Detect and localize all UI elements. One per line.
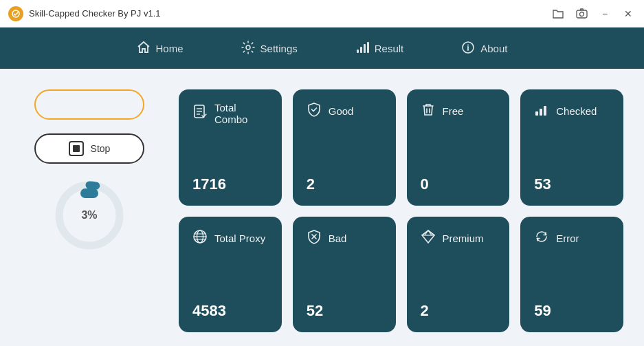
bar-chart-icon: [534, 102, 549, 120]
nav-result[interactable]: Result: [347, 35, 412, 62]
stat-total-combo-value: 1716: [192, 175, 268, 193]
minimize-button[interactable]: −: [595, 4, 615, 23]
stat-total-proxy-header: Total Proxy: [192, 229, 268, 248]
stop-icon: [69, 141, 84, 156]
svg-rect-7: [367, 42, 369, 53]
stat-free: Free 0: [407, 89, 510, 206]
stat-premium-title: Premium: [443, 233, 484, 244]
stat-bad-title: Bad: [329, 233, 347, 244]
stat-bad-value: 52: [307, 302, 382, 320]
folder-button[interactable]: [548, 4, 568, 23]
close-button[interactable]: ✕: [618, 4, 639, 23]
stat-checked-title: Checked: [556, 105, 597, 117]
stat-good-header: Good: [307, 102, 382, 120]
stat-bad-header: Bad: [307, 229, 382, 248]
stat-total-proxy-value: 4583: [192, 302, 268, 320]
info-icon: [461, 41, 475, 56]
nav-bar: Home Settings Result: [0, 28, 644, 69]
stat-error: Error 59: [520, 217, 623, 333]
shield-check-icon: [307, 102, 322, 120]
stat-total-combo-title: Total Combo: [214, 102, 268, 125]
svg-rect-5: [360, 47, 362, 53]
stat-good-title: Good: [329, 105, 354, 117]
stat-total-proxy-title: Total Proxy: [214, 233, 265, 244]
svg-rect-6: [364, 44, 366, 53]
diamond-icon: [421, 229, 436, 248]
stat-checked-value: 53: [534, 175, 610, 193]
donut-handle: [80, 188, 98, 198]
stat-error-header: Error: [534, 229, 610, 248]
svg-point-10: [467, 44, 469, 45]
window-controls: − ✕: [548, 4, 639, 23]
progress-label: 3%: [81, 209, 97, 221]
combo-icon: [192, 105, 208, 123]
stat-total-combo-header: Total Combo: [192, 102, 268, 125]
stats-grid: Total Combo 1716 Good 2: [179, 89, 623, 332]
nav-about[interactable]: About: [453, 35, 515, 62]
stat-bad: Bad 52: [293, 217, 396, 333]
svg-point-3: [246, 45, 250, 50]
main-content: Stop 3%: [0, 69, 644, 346]
nav-about-label: About: [480, 43, 507, 54]
svg-rect-1: [577, 10, 587, 18]
nav-settings-label: Settings: [260, 43, 298, 54]
nav-home[interactable]: Home: [129, 35, 192, 62]
stat-error-value: 59: [534, 302, 610, 320]
result-icon: [355, 41, 369, 56]
load-button[interactable]: [34, 89, 144, 120]
stat-good-value: 2: [307, 175, 382, 193]
stat-free-header: Free: [421, 102, 496, 120]
title-bar: Skill-Capped Checker By PJ v1.1 − ✕: [0, 0, 644, 28]
home-icon: [137, 41, 151, 56]
app-logo: [8, 6, 23, 21]
globe-icon: [192, 229, 208, 248]
screenshot-button[interactable]: [571, 4, 592, 23]
nav-settings[interactable]: Settings: [233, 35, 306, 62]
stat-checked-header: Checked: [534, 102, 610, 120]
stat-premium-value: 2: [421, 302, 496, 320]
settings-icon: [241, 41, 255, 56]
stop-label: Stop: [91, 143, 111, 154]
stop-button[interactable]: Stop: [34, 133, 144, 164]
trash-icon: [421, 102, 436, 120]
svg-rect-17: [535, 111, 538, 116]
stat-error-title: Error: [556, 233, 579, 244]
stat-premium-header: Premium: [421, 229, 496, 248]
nav-result-label: Result: [375, 43, 404, 54]
refresh-icon: [534, 229, 549, 248]
svg-point-2: [579, 12, 584, 17]
nav-home-label: Home: [156, 43, 184, 54]
stat-total-proxy: Total Proxy 4583: [179, 217, 282, 333]
app-title: Skill-Capped Checker By PJ v1.1: [29, 8, 160, 19]
progress-donut: 3%: [52, 177, 127, 253]
svg-rect-18: [540, 109, 542, 116]
svg-rect-19: [544, 106, 546, 116]
stat-good: Good 2: [293, 89, 396, 206]
svg-rect-4: [357, 50, 359, 53]
shield-x-icon: [307, 229, 322, 248]
stat-free-value: 0: [421, 175, 496, 193]
stat-total-combo: Total Combo 1716: [179, 89, 282, 206]
stat-premium: Premium 2: [407, 217, 510, 333]
stat-checked: Checked 53: [520, 89, 623, 206]
svg-marker-27: [422, 230, 434, 243]
left-panel: Stop 3%: [21, 89, 158, 332]
stat-free-title: Free: [443, 105, 464, 117]
